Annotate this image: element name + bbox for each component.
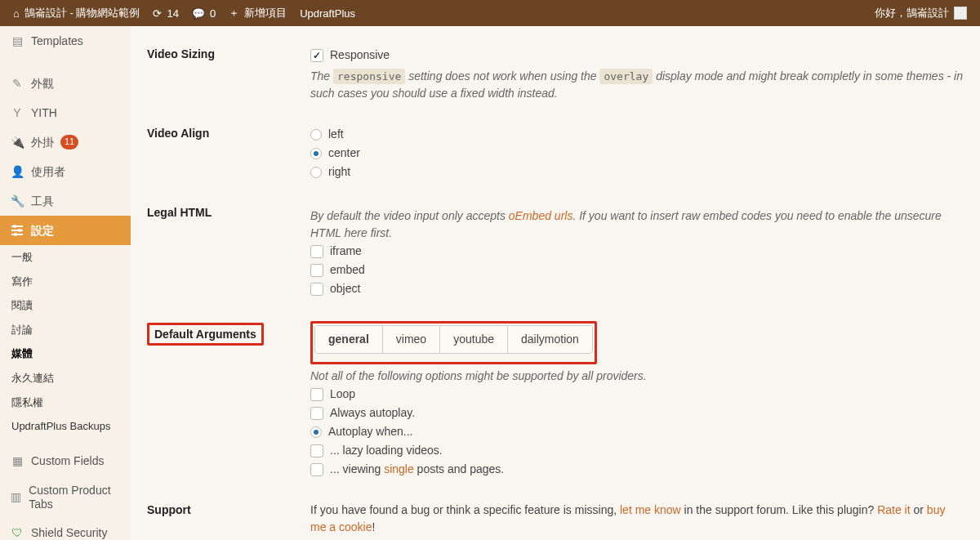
- adminbar-updraft[interactable]: UpdraftPlus: [293, 0, 362, 26]
- sidebar-item-yith[interactable]: Y YITH: [0, 98, 131, 127]
- default-args-tabs: general vimeo youtube dailymotion: [314, 325, 593, 354]
- sidebar-sub-updraft[interactable]: UpdraftPlus Backups: [0, 414, 131, 439]
- home-icon: ⌂: [13, 7, 20, 20]
- checkbox-viewing-single[interactable]: [310, 463, 323, 476]
- row-default-args: Default Arguments general vimeo youtube …: [147, 310, 964, 490]
- support-text: If you have found a bug or think a speci…: [310, 502, 964, 536]
- sidebar-item-settings[interactable]: 設定: [0, 216, 131, 245]
- user-icon: 👤: [10, 164, 24, 179]
- highlight-tabs: general vimeo youtube dailymotion: [310, 321, 597, 364]
- link-let-me-know[interactable]: let me know: [620, 503, 681, 516]
- wrench-icon: 🔧: [10, 194, 24, 208]
- legal-html-desc: By default the video input only accepts …: [310, 208, 964, 242]
- radio-align-left[interactable]: [310, 129, 322, 141]
- greeting: 你好，鵠崙設計: [875, 6, 949, 20]
- sidebar-sub-permalinks[interactable]: 永久連結: [0, 366, 131, 390]
- sidebar-item-custom-fields[interactable]: ▦ Custom Fields: [0, 447, 131, 476]
- shield-icon: 🛡: [10, 525, 24, 540]
- label-support: Support: [147, 502, 310, 516]
- adminbar-site[interactable]: ⌂ 鵠崙設計 - 購物網站範例: [7, 0, 146, 26]
- row-legal-html: Legal HTML By default the video input on…: [147, 193, 964, 310]
- avatar-icon: [954, 7, 967, 20]
- label-video-align: Video Align: [147, 125, 310, 140]
- checkbox-object[interactable]: [310, 283, 323, 296]
- row-video-sizing: Video Sizing Responsive The responsive s…: [147, 34, 964, 114]
- brush-icon: ✎: [10, 76, 24, 91]
- link-single[interactable]: single: [384, 462, 414, 475]
- refresh-icon: ⟳: [153, 7, 162, 20]
- link-rate-it[interactable]: Rate it: [877, 503, 910, 516]
- label-legal-html: Legal HTML: [147, 204, 310, 219]
- svg-point-4: [18, 229, 21, 232]
- video-sizing-desc: The responsive setting does not work whe…: [310, 68, 964, 102]
- sidebar-sub-reading[interactable]: 閱讀: [0, 293, 131, 318]
- site-title: 鵠崙設計 - 購物網站範例: [24, 6, 140, 20]
- adminbar-comments[interactable]: 💬 0: [185, 0, 222, 26]
- radio-align-right[interactable]: [310, 167, 322, 178]
- checkbox-iframe[interactable]: [310, 245, 323, 258]
- checkbox-responsive[interactable]: [310, 49, 323, 62]
- label-video-sizing: Video Sizing: [147, 46, 310, 60]
- checkbox-lazy[interactable]: [310, 444, 323, 457]
- checkbox-loop[interactable]: [310, 388, 323, 401]
- plug-icon: 🔌: [10, 135, 24, 150]
- sidebar-sub-writing[interactable]: 寫作: [0, 270, 131, 294]
- default-args-desc: Not all of the following options might b…: [310, 368, 964, 385]
- tab-youtube[interactable]: youtube: [440, 326, 508, 353]
- tab-general[interactable]: general: [315, 326, 383, 353]
- comment-icon: 💬: [192, 7, 205, 20]
- adminbar-updates[interactable]: ⟳ 14: [146, 0, 185, 26]
- comments-count: 0: [210, 7, 216, 20]
- adminbar-user[interactable]: 你好，鵠崙設計: [868, 0, 973, 26]
- sidebar-item-templates[interactable]: ▤ Templates: [0, 26, 131, 56]
- sidebar-item-users[interactable]: 👤 使用者: [0, 157, 131, 186]
- tab-vimeo[interactable]: vimeo: [383, 326, 440, 353]
- yith-icon: Y: [10, 105, 24, 120]
- fields-icon: ▦: [10, 454, 24, 469]
- checkbox-always-autoplay[interactable]: [310, 407, 323, 420]
- highlight-default-args: Default Arguments: [147, 323, 264, 346]
- update-badge: 11: [60, 135, 78, 150]
- sidebar-sub-general[interactable]: 一般: [0, 245, 131, 270]
- sidebar-item-shield[interactable]: 🛡 Shield Security: [0, 518, 131, 540]
- sidebar-sub-privacy[interactable]: 隱私權: [0, 390, 131, 415]
- row-video-align: Video Align left center right: [147, 114, 964, 193]
- admin-bar: ⌂ 鵠崙設計 - 購物網站範例 ⟳ 14 💬 0 ＋ 新增項目 UpdraftP…: [0, 0, 980, 26]
- checkbox-embed[interactable]: [310, 264, 323, 277]
- tabs-icon: ▥: [10, 490, 22, 505]
- adminbar-new[interactable]: ＋ 新增項目: [222, 0, 293, 26]
- slider-icon: [10, 223, 24, 238]
- layers-icon: ▤: [10, 33, 24, 48]
- link-oembed[interactable]: oEmbed urls: [509, 209, 573, 222]
- sidebar-sub-discussion[interactable]: 討論: [0, 318, 131, 342]
- tab-dailymotion[interactable]: dailymotion: [508, 326, 592, 353]
- sidebar-item-plugins[interactable]: 🔌 外掛 11: [0, 127, 131, 157]
- label-default-args: Default Arguments: [154, 328, 256, 341]
- row-support: Support If you have found a bug or think…: [147, 490, 964, 540]
- sidebar-item-custom-tabs[interactable]: ▥ Custom Product Tabs: [0, 476, 131, 519]
- svg-point-5: [14, 233, 17, 236]
- sidebar-sub-media[interactable]: 媒體: [0, 341, 131, 366]
- responsive-label: Responsive: [330, 47, 390, 64]
- radio-autoplay-when[interactable]: [310, 426, 322, 438]
- plus-icon: ＋: [229, 6, 239, 20]
- sidebar-item-appearance[interactable]: ✎ 外觀: [0, 69, 131, 98]
- sidebar-submenu: 一般 寫作 閱讀 討論 媒體 永久連結 隱私權 UpdraftPlus Back…: [0, 245, 131, 439]
- svg-point-3: [13, 225, 16, 228]
- radio-align-center[interactable]: [310, 148, 322, 159]
- new-label: 新增項目: [244, 6, 287, 20]
- updates-count: 14: [167, 7, 178, 20]
- admin-sidebar: ▤ Templates ✎ 外觀 Y YITH 🔌 外掛 11 👤 使用者 🔧 …: [0, 26, 131, 540]
- settings-form: Video Sizing Responsive The responsive s…: [131, 26, 980, 540]
- sidebar-item-tools[interactable]: 🔧 工具: [0, 186, 131, 216]
